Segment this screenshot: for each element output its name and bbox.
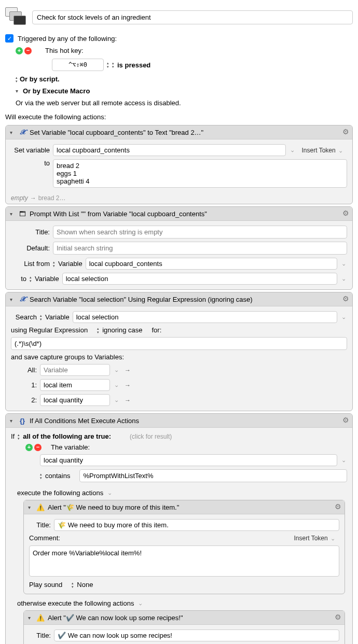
otherwise-label: otherwise execute the following actions … bbox=[6, 597, 352, 609]
search-type-stepper[interactable]: ▴▾ bbox=[40, 314, 42, 321]
add-trigger-button[interactable]: + bbox=[16, 47, 23, 54]
action-header[interactable]: ▾ ⚠️ Alert "🌾 We need to buy more of thi… bbox=[24, 500, 345, 514]
action-alert-1: ▾ ⚠️ Alert "🌾 We need to buy more of thi… bbox=[23, 500, 345, 594]
arrow-button[interactable]: → bbox=[123, 367, 132, 374]
alert-title-input[interactable]: 🌾 We need to buy more of this item. bbox=[54, 519, 339, 531]
gear-icon[interactable]: ⚙ bbox=[342, 128, 349, 136]
execute-disclosure[interactable]: ▾ bbox=[16, 88, 21, 94]
list-from-label: List from bbox=[11, 260, 50, 268]
or-by-script-row[interactable]: ▴▾ Or by script. bbox=[0, 73, 358, 85]
macro-title-input[interactable] bbox=[32, 10, 353, 24]
case-stepper[interactable]: ▴▾ bbox=[97, 327, 99, 334]
click-for-result[interactable]: (click for result) bbox=[130, 433, 172, 440]
cg2-input[interactable] bbox=[40, 394, 110, 406]
alert-comment-area[interactable]: Order more %Variable%local item%! bbox=[29, 545, 339, 577]
gear-icon[interactable]: ⚙ bbox=[335, 613, 341, 621]
cg1-input[interactable] bbox=[40, 379, 110, 391]
sound-value: None bbox=[77, 581, 93, 589]
variable-token: Variable bbox=[58, 260, 82, 268]
hotkey-input[interactable] bbox=[52, 59, 104, 71]
macro-header bbox=[0, 0, 358, 32]
hotkey-stepper[interactable]: ▴▾ bbox=[107, 61, 109, 68]
disclosure-icon[interactable]: ▾ bbox=[28, 615, 33, 621]
contains-stepper[interactable]: ▴▾ bbox=[40, 472, 42, 480]
prompt-default-input[interactable] bbox=[53, 242, 347, 255]
ignoring-case-label: ignoring case bbox=[102, 326, 142, 334]
to-var-select[interactable]: local selection bbox=[62, 273, 337, 285]
footer-empty: empty bbox=[11, 194, 28, 202]
chevron-down-icon[interactable]: ⌵ bbox=[113, 383, 120, 388]
prompt-title-input[interactable] bbox=[53, 226, 347, 239]
chevron-down-icon[interactable]: ⌵ bbox=[289, 148, 296, 153]
list-from-stepper[interactable]: ▴▾ bbox=[53, 260, 55, 268]
regex-input[interactable] bbox=[11, 337, 347, 350]
chevron-down-icon[interactable]: ⌵ bbox=[137, 601, 144, 606]
will-execute-label: Will execute the following actions: bbox=[0, 109, 358, 123]
disclosure-icon[interactable]: ▾ bbox=[10, 130, 15, 135]
remove-condition-button[interactable]: − bbox=[34, 444, 42, 451]
action-set-variable: ▾ 𝒳 Set Variable "local cupboard_content… bbox=[5, 125, 353, 204]
hotkey-label: This hot key: bbox=[45, 47, 84, 54]
chevron-down-icon[interactable]: ⌵ bbox=[340, 315, 347, 320]
script-stepper[interactable]: ▴▾ bbox=[16, 76, 18, 83]
list-from-var-select[interactable]: local cupboard_contents bbox=[86, 258, 337, 270]
action-header[interactable]: ▾ 🗔 Prompt With List "" from Variable "l… bbox=[6, 207, 352, 221]
for-label: for: bbox=[152, 326, 161, 334]
variable-name-select[interactable]: local cupboard_contents bbox=[53, 144, 286, 156]
gear-icon[interactable]: ⚙ bbox=[335, 502, 341, 511]
disclosure-icon[interactable]: ▾ bbox=[28, 505, 33, 510]
triggered-by-label: Triggered by any of the following: bbox=[18, 35, 117, 43]
disclosure-icon[interactable]: ▾ bbox=[10, 418, 15, 424]
arrow-button[interactable]: → bbox=[123, 397, 132, 404]
play-sound-label: Play sound bbox=[29, 581, 62, 589]
action-header[interactable]: ▾ 𝒳 Search Variable "local selection" Us… bbox=[6, 292, 352, 306]
disclosure-icon[interactable]: ▾ bbox=[10, 211, 15, 217]
arrow-button[interactable]: → bbox=[123, 382, 132, 389]
action-footer: empty → bread 2… bbox=[6, 192, 352, 204]
chevron-down-icon[interactable]: ⌵ bbox=[340, 458, 347, 463]
title-label: Title: bbox=[11, 228, 50, 236]
cg-all-input[interactable] bbox=[40, 364, 110, 376]
action-header[interactable]: ▾ {} If All Conditions Met Execute Actio… bbox=[6, 414, 352, 428]
action-header[interactable]: ▾ 𝒳 Set Variable "local cupboard_content… bbox=[6, 125, 352, 139]
chevron-down-icon[interactable]: ⌵ bbox=[113, 368, 120, 373]
or-by-script-label: Or by script. bbox=[20, 75, 60, 83]
gear-icon[interactable]: ⚙ bbox=[342, 416, 349, 424]
window-icon: 🗔 bbox=[18, 209, 26, 218]
if-mode-stepper[interactable]: ▴▾ bbox=[18, 433, 20, 440]
action-title: Set Variable "local cupboard_contents" t… bbox=[30, 129, 203, 136]
insert-token-button[interactable]: Insert Token ⌵ bbox=[299, 147, 348, 154]
sound-stepper[interactable]: ▴▾ bbox=[72, 581, 74, 589]
contains-value-input[interactable] bbox=[79, 469, 347, 482]
braces-icon: {} bbox=[18, 416, 26, 425]
or-by-execute-label: Or by Execute Macro bbox=[23, 87, 90, 95]
hotkey-state-stepper[interactable]: ▴▾ bbox=[112, 61, 114, 68]
insert-token-button[interactable]: Insert Token ⌵ bbox=[291, 535, 340, 542]
chevron-down-icon[interactable]: ⌵ bbox=[106, 491, 113, 496]
action-title: Prompt With List "" from Variable "local… bbox=[30, 210, 207, 218]
hotkey-state-label: is pressed bbox=[117, 61, 150, 69]
gear-icon[interactable]: ⚙ bbox=[342, 295, 349, 303]
action-if-conditions: ▾ {} If All Conditions Met Execute Actio… bbox=[5, 413, 353, 644]
condition-var-select[interactable]: local quantity bbox=[40, 454, 337, 466]
text-value-area[interactable]: bread 2 eggs 1 spaghetti 4 bbox=[53, 159, 347, 188]
chevron-down-icon[interactable]: ⌵ bbox=[340, 261, 347, 267]
action-search-variable: ▾ 𝒳 Search Variable "local selection" Us… bbox=[5, 292, 353, 411]
cg-all-label: All: bbox=[21, 366, 37, 374]
disclosure-icon[interactable]: ▾ bbox=[10, 297, 15, 302]
gear-icon[interactable]: ⚙ bbox=[342, 209, 349, 217]
chevron-down-icon[interactable]: ⌵ bbox=[113, 398, 120, 403]
add-condition-button[interactable]: + bbox=[25, 444, 33, 451]
macro-icon bbox=[5, 6, 27, 28]
or-by-execute-row[interactable]: ▾ Or by Execute Macro bbox=[0, 85, 358, 97]
trigger-checkbox[interactable]: ✓ bbox=[5, 34, 13, 43]
to-stepper[interactable]: ▴▾ bbox=[30, 275, 32, 283]
action-header[interactable]: ▾ ⚠️ Alert "✔️ We can now look up some r… bbox=[24, 611, 345, 625]
hotkey-trigger-row: + − This hot key: bbox=[0, 45, 358, 57]
warning-icon: ⚠️ bbox=[36, 503, 45, 511]
chevron-down-icon[interactable]: ⌵ bbox=[340, 276, 347, 282]
remove-trigger-button[interactable]: − bbox=[24, 47, 32, 54]
alert-title-input[interactable]: ✔️ We can now look up some recipes! bbox=[54, 629, 339, 641]
via-web-label: Or via the web server but all remote acc… bbox=[0, 97, 358, 109]
search-var-select[interactable]: local selection bbox=[73, 311, 337, 323]
